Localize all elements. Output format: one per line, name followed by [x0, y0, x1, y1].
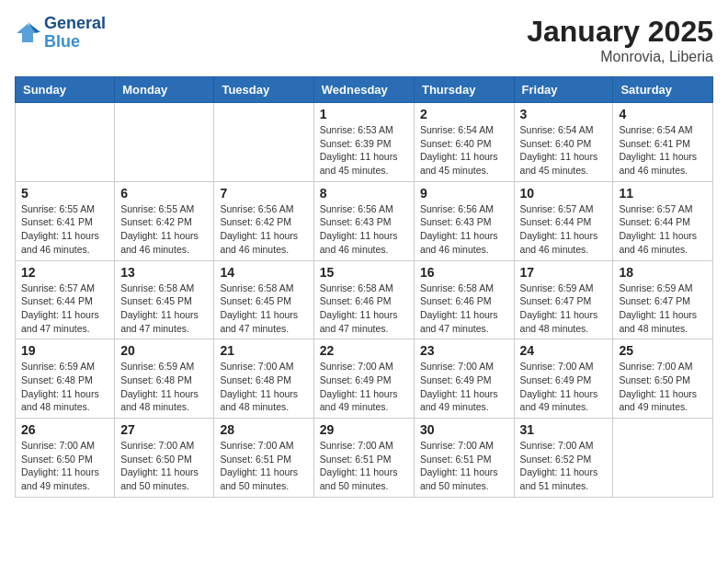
day-info: Sunrise: 7:00 AM Sunset: 6:49 PM Dayligh… [320, 360, 408, 414]
calendar-cell [115, 103, 214, 182]
calendar-cell: 11Sunrise: 6:57 AM Sunset: 6:44 PM Dayli… [613, 181, 713, 260]
col-monday: Monday [115, 77, 214, 103]
calendar-cell: 25Sunrise: 7:00 AM Sunset: 6:50 PM Dayli… [613, 339, 713, 419]
day-info: Sunrise: 7:00 AM Sunset: 6:49 PM Dayligh… [420, 360, 508, 414]
calendar-week-2: 5Sunrise: 6:55 AM Sunset: 6:41 PM Daylig… [16, 181, 713, 260]
day-number: 22 [320, 343, 408, 358]
title-block: January 2025 Monrovia, Liberia [527, 15, 713, 65]
day-info: Sunrise: 7:00 AM Sunset: 6:50 PM Dayligh… [120, 439, 208, 493]
day-number: 16 [420, 265, 508, 280]
calendar-cell: 16Sunrise: 6:58 AM Sunset: 6:46 PM Dayli… [414, 260, 514, 339]
calendar-week-4: 19Sunrise: 6:59 AM Sunset: 6:48 PM Dayli… [16, 339, 713, 419]
col-friday: Friday [514, 77, 613, 103]
day-info: Sunrise: 6:54 AM Sunset: 6:40 PM Dayligh… [520, 123, 608, 178]
day-info: Sunrise: 6:56 AM Sunset: 6:43 PM Dayligh… [320, 202, 408, 257]
col-wednesday: Wednesday [313, 77, 414, 103]
col-sunday: Sunday [16, 77, 115, 103]
calendar-cell: 2Sunrise: 6:54 AM Sunset: 6:40 PM Daylig… [414, 103, 514, 182]
calendar-cell: 5Sunrise: 6:55 AM Sunset: 6:41 PM Daylig… [16, 181, 115, 260]
calendar-cell [16, 103, 115, 182]
day-info: Sunrise: 7:00 AM Sunset: 6:49 PM Dayligh… [520, 360, 608, 414]
calendar-cell: 23Sunrise: 7:00 AM Sunset: 6:49 PM Dayli… [414, 339, 514, 419]
calendar-cell: 3Sunrise: 6:54 AM Sunset: 6:40 PM Daylig… [514, 103, 613, 182]
calendar-cell: 1Sunrise: 6:53 AM Sunset: 6:39 PM Daylig… [313, 103, 414, 182]
col-saturday: Saturday [613, 77, 713, 103]
calendar-cell [613, 419, 713, 498]
day-number: 13 [120, 265, 208, 280]
day-info: Sunrise: 6:55 AM Sunset: 6:41 PM Dayligh… [21, 202, 108, 257]
month-title: January 2025 [527, 15, 713, 49]
calendar-cell: 8Sunrise: 6:56 AM Sunset: 6:43 PM Daylig… [313, 181, 414, 260]
day-number: 29 [320, 422, 408, 437]
day-info: Sunrise: 6:56 AM Sunset: 6:42 PM Dayligh… [220, 202, 307, 257]
day-number: 11 [619, 186, 707, 201]
day-info: Sunrise: 7:00 AM Sunset: 6:51 PM Dayligh… [320, 439, 408, 493]
day-number: 14 [220, 265, 307, 280]
calendar-cell: 6Sunrise: 6:55 AM Sunset: 6:42 PM Daylig… [115, 181, 214, 260]
day-number: 25 [619, 343, 707, 358]
day-info: Sunrise: 6:53 AM Sunset: 6:39 PM Dayligh… [320, 123, 408, 178]
day-number: 5 [21, 186, 108, 201]
day-info: Sunrise: 6:57 AM Sunset: 6:44 PM Dayligh… [619, 202, 707, 257]
calendar-cell: 27Sunrise: 7:00 AM Sunset: 6:50 PM Dayli… [115, 419, 214, 498]
day-number: 15 [320, 265, 408, 280]
day-info: Sunrise: 7:00 AM Sunset: 6:51 PM Dayligh… [420, 439, 508, 493]
day-info: Sunrise: 6:58 AM Sunset: 6:46 PM Dayligh… [420, 282, 508, 336]
day-number: 31 [520, 422, 608, 437]
day-number: 2 [420, 107, 508, 121]
day-info: Sunrise: 6:59 AM Sunset: 6:48 PM Dayligh… [120, 360, 208, 414]
day-number: 10 [520, 186, 608, 201]
calendar-cell: 7Sunrise: 6:56 AM Sunset: 6:42 PM Daylig… [214, 181, 313, 260]
calendar-table: Sunday Monday Tuesday Wednesday Thursday… [15, 76, 713, 498]
calendar-week-5: 26Sunrise: 7:00 AM Sunset: 6:50 PM Dayli… [16, 419, 713, 498]
calendar-header-row: Sunday Monday Tuesday Wednesday Thursday… [16, 77, 713, 103]
calendar-week-1: 1Sunrise: 6:53 AM Sunset: 6:39 PM Daylig… [16, 103, 713, 182]
day-info: Sunrise: 7:00 AM Sunset: 6:51 PM Dayligh… [220, 439, 307, 493]
calendar-cell: 29Sunrise: 7:00 AM Sunset: 6:51 PM Dayli… [313, 419, 414, 498]
calendar-cell: 17Sunrise: 6:59 AM Sunset: 6:47 PM Dayli… [514, 260, 613, 339]
col-thursday: Thursday [414, 77, 514, 103]
logo-general: General [44, 15, 106, 33]
day-info: Sunrise: 7:00 AM Sunset: 6:50 PM Dayligh… [619, 360, 707, 414]
day-info: Sunrise: 6:56 AM Sunset: 6:43 PM Dayligh… [420, 202, 508, 257]
calendar-cell: 14Sunrise: 6:58 AM Sunset: 6:45 PM Dayli… [214, 260, 313, 339]
day-number: 27 [120, 422, 208, 437]
logo-text-block: General Blue [44, 15, 106, 52]
day-info: Sunrise: 6:54 AM Sunset: 6:40 PM Dayligh… [420, 123, 508, 178]
calendar-cell: 15Sunrise: 6:58 AM Sunset: 6:46 PM Dayli… [313, 260, 414, 339]
calendar-cell: 30Sunrise: 7:00 AM Sunset: 6:51 PM Dayli… [414, 419, 514, 498]
day-number: 28 [220, 422, 307, 437]
calendar-cell [214, 103, 313, 182]
day-info: Sunrise: 6:59 AM Sunset: 6:48 PM Dayligh… [21, 360, 108, 414]
day-number: 18 [619, 265, 707, 280]
calendar-cell: 12Sunrise: 6:57 AM Sunset: 6:44 PM Dayli… [16, 260, 115, 339]
day-number: 12 [21, 265, 108, 280]
calendar-cell: 18Sunrise: 6:59 AM Sunset: 6:47 PM Dayli… [613, 260, 713, 339]
calendar-cell: 20Sunrise: 6:59 AM Sunset: 6:48 PM Dayli… [115, 339, 214, 419]
day-number: 9 [420, 186, 508, 201]
calendar-cell: 19Sunrise: 6:59 AM Sunset: 6:48 PM Dayli… [16, 339, 115, 419]
location: Monrovia, Liberia [527, 49, 713, 65]
day-number: 3 [520, 107, 608, 121]
day-number: 8 [320, 186, 408, 201]
day-number: 21 [220, 343, 307, 358]
day-info: Sunrise: 6:55 AM Sunset: 6:42 PM Dayligh… [120, 202, 208, 257]
day-number: 23 [420, 343, 508, 358]
calendar-cell: 24Sunrise: 7:00 AM Sunset: 6:49 PM Dayli… [514, 339, 613, 419]
col-tuesday: Tuesday [214, 77, 313, 103]
day-info: Sunrise: 6:59 AM Sunset: 6:47 PM Dayligh… [619, 282, 707, 336]
logo-blue: Blue [44, 33, 106, 52]
calendar-cell: 13Sunrise: 6:58 AM Sunset: 6:45 PM Dayli… [115, 260, 214, 339]
calendar-cell: 28Sunrise: 7:00 AM Sunset: 6:51 PM Dayli… [214, 419, 313, 498]
day-number: 26 [21, 422, 108, 437]
calendar-cell: 4Sunrise: 6:54 AM Sunset: 6:41 PM Daylig… [613, 103, 713, 182]
calendar-cell: 31Sunrise: 7:00 AM Sunset: 6:52 PM Dayli… [514, 419, 613, 498]
calendar-cell: 22Sunrise: 7:00 AM Sunset: 6:49 PM Dayli… [313, 339, 414, 419]
day-info: Sunrise: 6:57 AM Sunset: 6:44 PM Dayligh… [520, 202, 608, 257]
calendar-cell: 10Sunrise: 6:57 AM Sunset: 6:44 PM Dayli… [514, 181, 613, 260]
calendar-cell: 9Sunrise: 6:56 AM Sunset: 6:43 PM Daylig… [414, 181, 514, 260]
day-number: 7 [220, 186, 307, 201]
day-number: 20 [120, 343, 208, 358]
day-number: 19 [21, 343, 108, 358]
day-number: 30 [420, 422, 508, 437]
